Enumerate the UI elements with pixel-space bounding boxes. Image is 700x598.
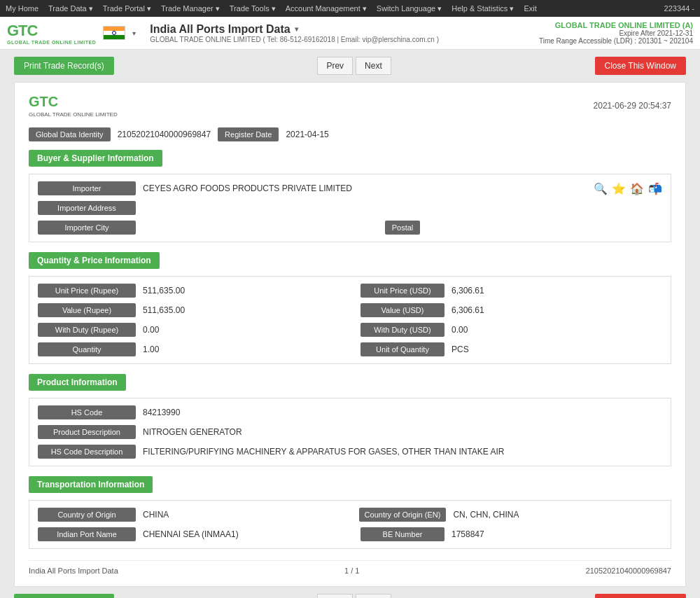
- account-id: 223344 -: [664, 4, 694, 13]
- importer-label: Importer: [38, 181, 136, 195]
- importer-row: Importer CEYES AGRO FOODS PRODUCTS PRIVA…: [38, 181, 662, 195]
- nav-buttons-top: Prev Next: [317, 57, 391, 75]
- transportation-title: Transportation Information: [29, 476, 153, 493]
- importer-address-row: Importer Address: [38, 201, 662, 215]
- footer-pagination: 1 / 1: [344, 566, 359, 575]
- star-icon[interactable]: ⭐: [612, 182, 626, 195]
- value-usd-value: 6,306.61: [451, 305, 662, 315]
- gtc-logo: GTC: [7, 22, 37, 40]
- hs-code-row: HS Code 84213990: [38, 405, 662, 419]
- postal-label: Postal: [385, 221, 421, 235]
- top-navigation: My Home Trade Data ▾ Trade Portal ▾ Trad…: [0, 0, 700, 17]
- quantity-value: 1.00: [143, 345, 354, 354]
- action-bar-top: Print Trade Record(s) Prev Next Close Th…: [14, 57, 686, 75]
- duty-usd-label: With Duty (USD): [360, 323, 444, 337]
- country-origin-value: CHINA: [143, 510, 352, 520]
- port-name-value: CHENNAI SEA (INMAA1): [143, 529, 354, 539]
- importer-city-row: Importer City Postal: [38, 221, 662, 235]
- nav-account-management[interactable]: Account Management ▾: [286, 4, 367, 13]
- footer-source: India All Ports Import Data: [29, 566, 118, 575]
- prev-button-bottom[interactable]: Prev: [317, 594, 353, 598]
- title-dropdown[interactable]: ▾: [295, 25, 298, 33]
- home-icon[interactable]: 🏠: [630, 182, 644, 195]
- unit-quantity-value: PCS: [451, 345, 662, 354]
- unit-price-usd-value: 6,306.61: [451, 286, 662, 295]
- port-name-label: Indian Port Name: [38, 527, 136, 541]
- country-origin-row: Country of Origin CHINA Country of Origi…: [38, 508, 662, 522]
- value-row: Value (Rupee) 511,635.00 Value (USD) 6,3…: [38, 303, 662, 317]
- country-origin-en-label: Country of Origin (EN): [359, 508, 447, 522]
- record-logo-text: GLOBAL TRADE ONLINE LIMITED: [29, 111, 118, 118]
- quantity-label: Quantity: [38, 342, 136, 356]
- register-date-value: 2021-04-15: [286, 130, 328, 139]
- header-right: GLOBAL TRADE ONLINE LIMITED (A) Expire A…: [539, 21, 693, 45]
- country-origin-en-value: CN, CHN, CHINA: [453, 510, 662, 520]
- data-identity-row: Global Data Identity 2105202104000096984…: [29, 127, 671, 141]
- hs-code-desc-value: FILTERING/PURIFYING MACHINERY & APPARATU…: [143, 447, 662, 457]
- gtc-tagline: GLOBAL TRADE ONLINE LIMITED: [7, 40, 96, 45]
- product-body: HS Code 84213990 Product Description NIT…: [29, 398, 671, 466]
- hs-code-desc-row: HS Code Description FILTERING/PURIFYING …: [38, 445, 662, 459]
- importer-icons: 🔍 ⭐ 🏠 📬: [594, 182, 662, 195]
- nav-switch-language[interactable]: Switch Language ▾: [377, 4, 442, 13]
- value-rupee-label: Value (Rupee): [38, 303, 136, 317]
- product-desc-row: Product Description NITROGEN GENERATOR: [38, 425, 662, 439]
- buyer-supplier-body: Importer CEYES AGRO FOODS PRODUCTS PRIVA…: [29, 174, 671, 242]
- logo-area: GTC GLOBAL TRADE ONLINE LIMITED: [7, 22, 96, 45]
- transportation-section: Transportation Information Country of Or…: [29, 476, 671, 549]
- nav-my-home[interactable]: My Home: [6, 4, 38, 13]
- next-button-bottom[interactable]: Next: [356, 594, 391, 598]
- prev-button-top[interactable]: Prev: [317, 57, 353, 75]
- quantity-price-title: Quantity & Price Information: [29, 252, 160, 269]
- global-data-identity-label: Global Data Identity: [29, 127, 111, 141]
- be-number-label: BE Number: [360, 527, 444, 541]
- quantity-price-section: Quantity & Price Information Unit Price …: [29, 252, 671, 364]
- header-center: India All Ports Import Data ▾ GLOBAL TRA…: [143, 23, 532, 43]
- footer-record-id: 21052021040000969847: [586, 566, 671, 575]
- nav-trade-portal[interactable]: Trade Portal ▾: [103, 4, 151, 13]
- print-button-bottom[interactable]: Print Trade Record(s): [14, 594, 114, 598]
- duty-usd-value: 0.00: [451, 325, 662, 335]
- company-link[interactable]: GLOBAL TRADE ONLINE LIMITED (A): [555, 21, 693, 29]
- hs-code-label: HS Code: [38, 405, 136, 419]
- buyer-supplier-title: Buyer & Supplier Information: [29, 150, 162, 167]
- nav-help-statistics[interactable]: Help & Statistics ▾: [451, 4, 514, 13]
- product-section: Product Information HS Code 84213990 Pro…: [29, 374, 671, 466]
- search-icon[interactable]: 🔍: [594, 182, 608, 195]
- unit-price-rupee-value: 511,635.00: [143, 286, 354, 295]
- nav-trade-data[interactable]: Trade Data ▾: [48, 4, 93, 13]
- mail-icon[interactable]: 📬: [648, 182, 662, 195]
- close-button-top[interactable]: Close This Window: [595, 57, 686, 75]
- next-button-top[interactable]: Next: [356, 57, 391, 75]
- product-desc-value: NITROGEN GENERATOR: [143, 427, 662, 437]
- unit-price-usd-label: Unit Price (USD): [360, 284, 444, 298]
- flag-dropdown[interactable]: ▾: [132, 29, 136, 37]
- unit-price-rupee-label: Unit Price (Rupee): [38, 284, 136, 298]
- flag-india: [103, 26, 125, 40]
- hs-code-value: 84213990: [143, 408, 662, 417]
- unit-quantity-label: Unit of Quantity: [360, 342, 444, 356]
- header-bar: GTC GLOBAL TRADE ONLINE LIMITED ▾ India …: [0, 17, 700, 50]
- duty-rupee-label: With Duty (Rupee): [38, 323, 136, 337]
- duty-row: With Duty (Rupee) 0.00 With Duty (USD) 0…: [38, 323, 662, 337]
- nav-exit[interactable]: Exit: [524, 4, 536, 13]
- unit-price-row: Unit Price (Rupee) 511,635.00 Unit Price…: [38, 284, 662, 298]
- nav-trade-tools[interactable]: Trade Tools ▾: [230, 4, 276, 13]
- record-datetime: 2021-06-29 20:54:37: [594, 101, 671, 111]
- value-usd-label: Value (USD): [360, 303, 444, 317]
- be-number-value: 1758847: [451, 529, 662, 539]
- register-date-label: Register Date: [218, 127, 279, 141]
- value-rupee-value: 511,635.00: [143, 305, 354, 315]
- port-name-row: Indian Port Name CHENNAI SEA (INMAA1) BE…: [38, 527, 662, 541]
- page-title: India All Ports Import Data ▾: [150, 23, 532, 36]
- flag-dot: [112, 31, 116, 35]
- close-button-bottom[interactable]: Close This Window: [595, 594, 686, 598]
- buyer-supplier-section: Buyer & Supplier Information Importer CE…: [29, 150, 671, 242]
- record-card: GTC GLOBAL TRADE ONLINE LIMITED 2021-06-…: [14, 82, 686, 587]
- content-area: Print Trade Record(s) Prev Next Close Th…: [0, 50, 700, 598]
- print-button-top[interactable]: Print Trade Record(s): [14, 57, 114, 75]
- expire-info: Expire After 2021-12-31: [539, 29, 693, 37]
- importer-address-label: Importer Address: [38, 201, 136, 215]
- nav-trade-manager[interactable]: Trade Manager ▾: [161, 4, 220, 13]
- importer-value: CEYES AGRO FOODS PRODUCTS PRIVATE LIMITE…: [143, 183, 580, 193]
